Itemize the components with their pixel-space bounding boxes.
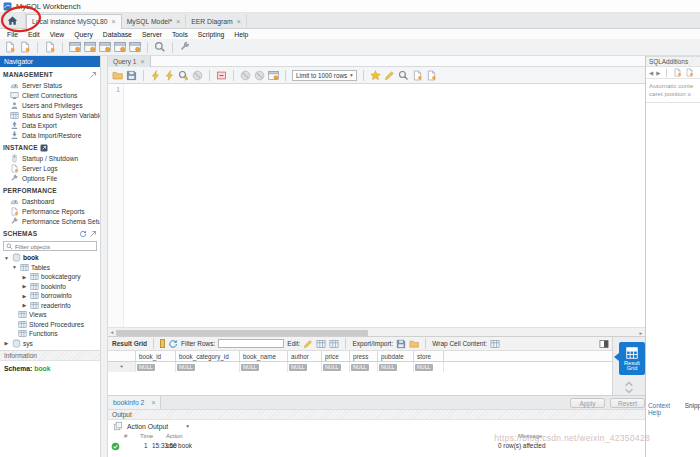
sidebar-splitter[interactable] <box>101 56 108 457</box>
insert-row-icon[interactable] <box>316 339 326 349</box>
result-grid-side-button[interactable]: Result Grid <box>619 342 645 375</box>
expand-closed-icon[interactable]: ▶ <box>3 340 10 346</box>
create-view-icon[interactable] <box>99 41 111 53</box>
col-author[interactable]: author <box>288 351 322 361</box>
tab-local-instance[interactable]: Local instance MySQL80 × <box>26 14 122 29</box>
tree-node-readerinfo[interactable]: ▶ readerinfo <box>0 301 100 311</box>
collapse-expand-icon[interactable] <box>622 379 636 396</box>
col-pubdate[interactable]: pubdate <box>378 351 414 361</box>
tree-node-book[interactable]: ▼ book <box>0 253 100 263</box>
cell-book-id[interactable]: NULL <box>136 362 176 372</box>
toggle-sidebar-icon[interactable] <box>599 339 609 349</box>
col-book-category-id[interactable]: book_category_id <box>176 351 240 361</box>
expand-closed-icon[interactable]: ▶ <box>21 302 28 308</box>
create-function-icon[interactable] <box>129 41 141 53</box>
stop-icon[interactable] <box>192 70 203 81</box>
menu-item-tools[interactable]: Tools <box>167 31 193 38</box>
sidebar-item-performance-schema-setup[interactable]: Performance Schema Setup <box>0 216 100 226</box>
output-view-selector[interactable]: Action Output ▾ <box>108 420 645 432</box>
sidebar-item-client-connections[interactable]: Client Connections <box>0 90 100 100</box>
col-store[interactable]: store <box>414 351 444 361</box>
editor-horizontal-scrollbar[interactable]: ◂ ▸ <box>108 327 645 336</box>
cell-press[interactable]: NULL <box>350 362 378 372</box>
tree-node-tables[interactable]: ▼ Tables <box>0 263 100 273</box>
sidebar-item-server-logs[interactable]: Server Logs <box>0 163 100 173</box>
sidebar-item-options-file[interactable]: Options File <box>0 173 100 183</box>
inspector-icon[interactable] <box>154 41 166 53</box>
close-icon[interactable]: × <box>176 18 180 25</box>
tree-node-bookcategory[interactable]: ▶ bookcategory <box>0 272 100 282</box>
create-procedure-icon[interactable] <box>114 41 126 53</box>
menu-item-server[interactable]: Server <box>137 31 167 38</box>
find-icon[interactable] <box>398 70 409 81</box>
toggle-stop-on-error-icon[interactable] <box>216 70 227 81</box>
tab-eer-diagram[interactable]: EER Diagram × <box>186 14 247 29</box>
open-sql-script-icon[interactable] <box>19 41 31 53</box>
explain-icon[interactable] <box>178 70 189 81</box>
col-book-name[interactable]: book_name <box>240 351 288 361</box>
expand-closed-icon[interactable]: ▶ <box>21 283 28 289</box>
menu-item-file[interactable]: File <box>2 31 23 38</box>
expand-open-icon[interactable]: ▼ <box>11 264 18 270</box>
sidebar-item-data-export[interactable]: Data Export <box>0 120 100 130</box>
edit-record-icon[interactable] <box>303 339 313 349</box>
beautify-icon[interactable] <box>370 70 381 81</box>
import-records-icon[interactable] <box>409 339 419 349</box>
tree-node-functions[interactable]: Functions <box>0 329 100 339</box>
sql-editor[interactable] <box>108 84 645 327</box>
menu-item-query[interactable]: Query <box>69 31 98 38</box>
invisible-chars-icon[interactable] <box>412 70 423 81</box>
menu-item-edit[interactable]: Edit <box>23 31 45 38</box>
context-help-icon[interactable] <box>673 68 682 77</box>
menu-item-view[interactable]: View <box>45 31 70 38</box>
close-icon[interactable]: × <box>140 58 144 65</box>
limit-rows-dropdown[interactable]: Limit to 1000 rows ▾ <box>292 70 357 81</box>
tree-node-sys[interactable]: ▶ sys <box>0 339 100 349</box>
filter-rows-input[interactable] <box>218 339 284 348</box>
delete-row-icon[interactable] <box>329 339 339 349</box>
collapse-panel-icon[interactable] <box>89 71 97 79</box>
tree-node-borrowinfo[interactable]: ▶ borrowinfo <box>0 291 100 301</box>
autocommit-icon[interactable] <box>268 70 279 81</box>
home-tab[interactable] <box>0 13 26 29</box>
sidebar-item-dashboard[interactable]: Dashboard <box>0 196 100 206</box>
schema-filter[interactable] <box>3 241 97 251</box>
forward-icon[interactable]: ▶ <box>656 70 660 76</box>
sidebar-item-performance-reports[interactable]: Performance Reports <box>0 206 100 216</box>
tree-node-views[interactable]: Views <box>0 310 100 320</box>
sidebar-item-users-privileges[interactable]: Users and Privileges <box>0 100 100 110</box>
grid-new-row[interactable]: * NULL NULL NULL NULL NULL NULL NULL NUL… <box>108 362 612 372</box>
rollback-icon[interactable] <box>254 70 265 81</box>
wrap-text-icon[interactable] <box>426 70 437 81</box>
execute-current-icon[interactable] <box>164 70 175 81</box>
cell-store[interactable]: NULL <box>414 362 444 372</box>
revert-button[interactable]: Revert <box>610 398 645 408</box>
menu-item-help[interactable]: Help <box>229 31 253 38</box>
new-query-tab-icon[interactable] <box>4 41 16 53</box>
commit-icon[interactable] <box>240 70 251 81</box>
auto-help-toggle-icon[interactable] <box>685 68 694 77</box>
tree-node-stored-procedures[interactable]: Stored Procedures <box>0 320 100 330</box>
tab-query1[interactable]: Query 1 × <box>108 56 151 67</box>
expand-panel-icon[interactable] <box>89 230 97 238</box>
close-icon[interactable]: × <box>151 399 155 406</box>
scrollbar-thumb[interactable] <box>116 330 368 336</box>
save-icon[interactable] <box>126 70 137 81</box>
col-price[interactable]: price <box>322 351 350 361</box>
back-icon[interactable]: ◀ <box>649 70 653 76</box>
export-recordset-icon[interactable] <box>396 339 406 349</box>
cell-pubdate[interactable]: NULL <box>378 362 414 372</box>
cell-author[interactable]: NULL <box>288 362 322 372</box>
close-icon[interactable]: × <box>237 18 241 25</box>
expand-closed-icon[interactable]: ▶ <box>21 274 28 280</box>
tab-snippets[interactable]: Snipp <box>685 402 700 416</box>
menu-item-database[interactable]: Database <box>98 31 137 38</box>
open-file-icon[interactable] <box>112 70 123 81</box>
sidebar-item-startup-shutdown[interactable]: Startup / Shutdown <box>0 153 100 163</box>
sidebar-item-status-variables[interactable]: Status and System Variables <box>0 110 100 120</box>
preferences-icon[interactable] <box>179 41 191 53</box>
sidebar-item-server-status[interactable]: Server Status <box>0 80 100 90</box>
tab-mysql-model[interactable]: MySQL Model* × <box>122 14 187 29</box>
tree-node-bookinfo[interactable]: ▶ bookinfo <box>0 282 100 292</box>
cell-price[interactable]: NULL <box>322 362 350 372</box>
